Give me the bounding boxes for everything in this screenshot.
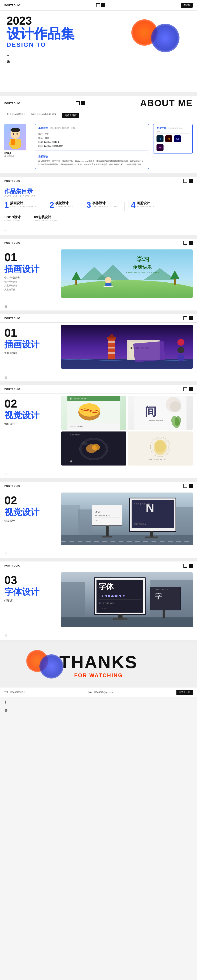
avatar-image bbox=[5, 124, 26, 150]
catalog-item-3: 3 字体设计 TYPOGRAPHY DESIGN bbox=[87, 201, 118, 209]
work2-section: PORTFOLIO 01 插画设计 近似色插画 bbox=[0, 314, 197, 382]
thanks-sub: FOR WATCHING bbox=[74, 672, 123, 679]
svg-rect-97 bbox=[118, 614, 122, 619]
svg-text:TYPOGRAPHY: TYPOGRAPHY bbox=[99, 594, 125, 598]
cat-num-3: 3 bbox=[87, 201, 91, 209]
about-avatar-col: 张铁蛋 视觉设计师 bbox=[5, 124, 31, 169]
cat-sub-1: ILLUSTRATION DESIGN bbox=[10, 205, 36, 207]
about-btn[interactable]: 浏览设计师 bbox=[62, 113, 79, 118]
svg-rect-84 bbox=[150, 531, 153, 537]
work3-header-icons bbox=[183, 387, 192, 391]
work4-footer-globe: ⊕ bbox=[0, 550, 197, 558]
catalog-header-icons bbox=[183, 179, 192, 183]
catalog-item-4: 4 画册设计 ALBUM DESIGN bbox=[131, 201, 154, 209]
svg-text:字体: 字体 bbox=[99, 582, 114, 590]
catalog-footer-text: ⊕ bbox=[0, 228, 197, 235]
work2-portfolio-label: PORTFOLIO bbox=[5, 317, 20, 320]
self-eval-box: 自我评价 本人性格开朗，善于交流，2年设计经验，精通 ps, ai, cdr 等… bbox=[35, 153, 149, 169]
catalog-title-cn: 作品集目录 bbox=[5, 188, 192, 195]
work1-footer-globe: ⊕ bbox=[0, 302, 197, 310]
work1-right: 学习 使我快乐 LEARNING GIVES ME HAPPY bbox=[61, 250, 197, 302]
cat-sub-6: IP/PACKAGE DESIGN bbox=[34, 220, 58, 221]
cat-label-col-5: LOGO设计 LOGO DESIGN bbox=[5, 215, 20, 221]
svg-point-58 bbox=[82, 442, 88, 445]
work1-portfolio-label: PORTFOLIO bbox=[5, 242, 20, 244]
work3-footer-globe: ⊕ bbox=[0, 470, 197, 478]
work4-portfolio-label: PORTFOLIO bbox=[5, 485, 20, 487]
about-body: 张铁蛋 视觉设计师 基本信息 BASIC INFORMATION 学校：广州 学… bbox=[0, 120, 197, 173]
poster4: SIMPLE DESIGN bbox=[128, 431, 192, 466]
svg-rect-98 bbox=[113, 618, 128, 620]
section-separator bbox=[0, 92, 197, 96]
poster2-svg: 间 DESIGN WORKS bbox=[128, 396, 192, 430]
about-portfolio-label: PORTFOLIO bbox=[5, 102, 20, 105]
skill-ps-icon: Ps bbox=[156, 135, 164, 142]
work1-header: PORTFOLIO bbox=[0, 239, 197, 247]
work4-image: 设计 DESIGN WORKS 2023 N PORTFOLIO 2023 DE… bbox=[61, 493, 192, 545]
svg-point-2 bbox=[11, 128, 20, 132]
poster4-svg: SIMPLE DESIGN bbox=[128, 431, 192, 466]
hero-top-bar: PORTFOLIO 作品集 bbox=[0, 0, 197, 11]
section-separator-4 bbox=[0, 310, 197, 314]
svg-text:GREEN SALAD: GREEN SALAD bbox=[74, 398, 87, 400]
svg-text:LEARNING GIVES ME HAPPY: LEARNING GIVES ME HAPPY bbox=[125, 271, 159, 274]
work4-billboard-svg: 设计 DESIGN WORKS 2023 N PORTFOLIO 2023 DE… bbox=[61, 493, 192, 545]
work3-portfolio-label: PORTFOLIO bbox=[5, 388, 20, 390]
footer-bar: TEL: 12345678910 1 Mail: 12345678@qq.com… bbox=[0, 687, 197, 697]
work5-type-cn: 字体设计 bbox=[5, 586, 57, 598]
cat-label-col-6: IP/包装设计 IP/PACKAGE DESIGN bbox=[34, 215, 58, 221]
work2-image: ILLUSTRATION bbox=[61, 325, 192, 369]
fill-icon bbox=[101, 3, 105, 7]
grid-icon-2 bbox=[76, 101, 80, 105]
cat-label-5: LOGO设计 bbox=[5, 215, 20, 220]
svg-text:设计: 设计 bbox=[95, 511, 100, 513]
footer-arrow: ↓ bbox=[0, 697, 197, 706]
cat-label-2: 视觉设计 bbox=[55, 201, 73, 205]
cat-label-col-1: 插画设计 ILLUSTRATION DESIGN bbox=[10, 201, 36, 207]
cat-label-col-4: 画册设计 ALBUM DESIGN bbox=[137, 201, 154, 207]
work5-header: PORTFOLIO bbox=[0, 562, 197, 570]
fill-icon-w4 bbox=[189, 484, 192, 488]
about-section: PORTFOLIO ABOUT ME TEL: 12345678910 1 Ma… bbox=[0, 96, 197, 173]
fill-icon-3 bbox=[189, 179, 192, 183]
grid-icon bbox=[96, 3, 100, 7]
svg-rect-33 bbox=[133, 341, 165, 362]
grid-icon-w5 bbox=[183, 564, 188, 568]
work4-right: 设计 DESIGN WORKS 2023 N PORTFOLIO 2023 DE… bbox=[61, 493, 197, 550]
work1-content: 01 插画设计 学习使我升华 设计系列插画 文案系列插画 人道先手师 bbox=[0, 250, 197, 302]
work1-desc-sub: 设计系列插画 文案系列插画 人道先手师 bbox=[5, 280, 57, 292]
work2-footer-globe: ⊕ bbox=[0, 373, 197, 382]
catalog-portfolio-label: PORTFOLIO bbox=[5, 180, 20, 182]
svg-rect-6 bbox=[11, 139, 15, 145]
svg-text:饺: 饺 bbox=[70, 398, 72, 400]
work2-content: 01 插画设计 近似色插画 bbox=[0, 325, 197, 373]
hero-content: 2023 设计作品集 DESIGN TO ↓ ⊕ 往左滑动 jiatupic.c… bbox=[0, 11, 197, 68]
hero-globe-icon: ⊕ bbox=[6, 59, 191, 64]
svg-point-3 bbox=[13, 133, 14, 135]
work3-num: 02 bbox=[5, 396, 57, 409]
about-title-en: ABOUT ME bbox=[140, 98, 192, 108]
skill-ae-icon: Ae bbox=[174, 135, 181, 142]
work1-header-icons bbox=[183, 241, 192, 245]
catalog-item-6: IP/包装设计 IP/PACKAGE DESIGN bbox=[34, 215, 58, 221]
svg-rect-28 bbox=[108, 352, 115, 354]
cat-num-2: 2 bbox=[50, 201, 54, 209]
work5-right: 字体 TYPOGRAPHY 2023 DESIGN ideas 字 FONT D… bbox=[61, 572, 197, 632]
svg-text:学习: 学习 bbox=[136, 256, 150, 263]
cat-sub-3: TYPOGRAPHY DESIGN bbox=[92, 205, 118, 207]
work5-left: 03 字体设计 灯箱设计 bbox=[0, 572, 61, 608]
poster1: 饺 GREEN SALAD GREEN SALAD bbox=[61, 396, 126, 430]
works-badge[interactable]: 作品集 bbox=[181, 3, 192, 8]
catalog-items: 1 插画设计 ILLUSTRATION DESIGN 2 视觉设计 VISUAL… bbox=[0, 197, 197, 215]
footer-btn[interactable]: 浏览设计师 bbox=[177, 690, 192, 695]
work1-subtitle: 学习使我升华 设计系列插画 文案系列插画 人道先手师 bbox=[5, 275, 57, 293]
cat-sub-4: ALBUM DESIGN bbox=[137, 205, 154, 207]
cat-label-3: 字体设计 bbox=[92, 201, 118, 205]
section-separator-2 bbox=[0, 173, 197, 177]
work5-typo-svg: 字体 TYPOGRAPHY 2023 DESIGN ideas 字 FONT D… bbox=[61, 572, 192, 627]
work4-left: 02 视觉设计 灯箱设计 bbox=[0, 493, 61, 528]
catalog-item-1: 1 插画设计 ILLUSTRATION DESIGN bbox=[5, 201, 36, 209]
work2-header-icons bbox=[183, 316, 192, 320]
catalog-header: PORTFOLIO bbox=[0, 177, 197, 185]
about-header: PORTFOLIO ABOUT ME bbox=[0, 96, 197, 111]
